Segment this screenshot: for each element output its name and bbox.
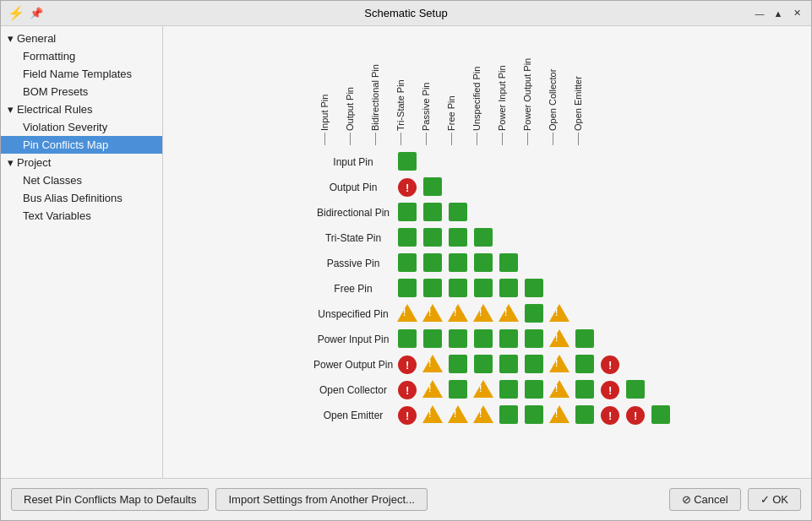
cell-2-6[interactable] xyxy=(547,200,572,225)
sidebar-item-bus-alias-definitions[interactable]: Bus Alias Definitions xyxy=(1,189,162,207)
cell-7-6[interactable] xyxy=(547,327,572,352)
cell-10-10[interactable] xyxy=(648,403,673,428)
cell-5-8[interactable] xyxy=(597,276,623,301)
cell-4-5[interactable] xyxy=(521,251,547,276)
cell-7-2[interactable] xyxy=(445,327,471,352)
cell-5-5[interactable] xyxy=(521,276,547,301)
cancel-button[interactable]: ⊘ Cancel xyxy=(669,488,741,511)
reset-defaults-button[interactable]: Reset Pin Conflicts Map to Defaults xyxy=(11,488,209,511)
cell-9-8[interactable]: ! xyxy=(597,377,623,403)
sidebar-item-formatting[interactable]: Formatting xyxy=(1,47,162,65)
cell-7-3[interactable] xyxy=(471,327,496,352)
cell-5-4[interactable] xyxy=(496,276,521,301)
sidebar-item-violation-severity[interactable]: Violation Severity xyxy=(1,118,162,136)
cell-1-6[interactable] xyxy=(547,175,572,200)
cell-8-1[interactable] xyxy=(420,352,445,377)
cell-9-6[interactable] xyxy=(547,377,572,403)
import-settings-button[interactable]: Import Settings from Another Project... xyxy=(215,488,427,511)
cell-6-7[interactable] xyxy=(572,301,597,327)
cell-9-2[interactable] xyxy=(445,377,471,403)
cell-5-6[interactable] xyxy=(547,276,572,301)
cell-10-3[interactable] xyxy=(471,403,496,428)
cell-8-10[interactable] xyxy=(648,352,673,377)
cell-6-6[interactable] xyxy=(547,301,572,327)
cell-10-7[interactable] xyxy=(572,403,597,428)
cell-9-10[interactable] xyxy=(648,377,673,403)
cell-9-1[interactable] xyxy=(420,377,445,403)
cell-0-0[interactable] xyxy=(395,149,420,175)
cell-5-1[interactable] xyxy=(420,276,445,301)
cell-7-9[interactable] xyxy=(623,327,648,352)
cell-2-10[interactable] xyxy=(648,200,673,225)
cell-4-6[interactable] xyxy=(547,251,572,276)
cell-1-10[interactable] xyxy=(648,175,673,200)
cell-10-0[interactable]: ! xyxy=(395,403,420,428)
cell-4-8[interactable] xyxy=(597,251,623,276)
cell-3-9[interactable] xyxy=(623,225,648,251)
cell-1-4[interactable] xyxy=(496,175,521,200)
cell-4-2[interactable] xyxy=(445,251,471,276)
cell-8-5[interactable] xyxy=(521,352,547,377)
cell-7-10[interactable] xyxy=(648,327,673,352)
cell-8-8[interactable]: ! xyxy=(597,352,623,377)
cell-0-9[interactable] xyxy=(623,149,648,175)
sidebar-item-general[interactable]: ▾General xyxy=(1,30,162,47)
cell-5-9[interactable] xyxy=(623,276,648,301)
cell-10-2[interactable] xyxy=(445,403,471,428)
cell-6-0[interactable] xyxy=(395,301,420,327)
sidebar-item-project[interactable]: ▾Project xyxy=(1,154,162,171)
cell-9-4[interactable] xyxy=(496,377,521,403)
cell-5-7[interactable] xyxy=(572,276,597,301)
cell-1-7[interactable] xyxy=(572,175,597,200)
minimize-button[interactable]: — xyxy=(752,6,767,21)
cell-3-8[interactable] xyxy=(597,225,623,251)
maximize-button[interactable]: ▲ xyxy=(771,6,786,21)
cell-2-1[interactable] xyxy=(420,200,445,225)
cell-10-8[interactable]: ! xyxy=(597,403,623,428)
cell-0-7[interactable] xyxy=(572,149,597,175)
sidebar-item-bom-presets[interactable]: BOM Presets xyxy=(1,83,162,100)
cell-8-3[interactable] xyxy=(471,352,496,377)
cell-7-4[interactable] xyxy=(496,327,521,352)
sidebar-item-text-variables[interactable]: Text Variables xyxy=(1,207,162,225)
cell-4-10[interactable] xyxy=(648,251,673,276)
cell-3-5[interactable] xyxy=(521,225,547,251)
cell-8-9[interactable] xyxy=(623,352,648,377)
cell-3-1[interactable] xyxy=(420,225,445,251)
cell-7-5[interactable] xyxy=(521,327,547,352)
cell-0-10[interactable] xyxy=(648,149,673,175)
cell-3-7[interactable] xyxy=(572,225,597,251)
cell-1-0[interactable]: ! xyxy=(395,175,420,200)
cell-3-4[interactable] xyxy=(496,225,521,251)
cell-0-5[interactable] xyxy=(521,149,547,175)
cell-1-8[interactable] xyxy=(597,175,623,200)
cell-2-8[interactable] xyxy=(597,200,623,225)
cell-6-3[interactable] xyxy=(471,301,496,327)
cell-6-10[interactable] xyxy=(648,301,673,327)
cell-5-3[interactable] xyxy=(471,276,496,301)
cell-8-2[interactable] xyxy=(445,352,471,377)
sidebar-item-net-classes[interactable]: Net Classes xyxy=(1,171,162,189)
cell-6-4[interactable] xyxy=(496,301,521,327)
cell-10-5[interactable] xyxy=(521,403,547,428)
cell-8-6[interactable] xyxy=(547,352,572,377)
cell-0-4[interactable] xyxy=(496,149,521,175)
cell-0-8[interactable] xyxy=(597,149,623,175)
cell-2-0[interactable] xyxy=(395,200,420,225)
cell-3-2[interactable] xyxy=(445,225,471,251)
cell-6-5[interactable] xyxy=(521,301,547,327)
cell-6-1[interactable] xyxy=(420,301,445,327)
cell-6-8[interactable] xyxy=(597,301,623,327)
cell-1-2[interactable] xyxy=(445,175,471,200)
cell-4-0[interactable] xyxy=(395,251,420,276)
cell-9-7[interactable] xyxy=(572,377,597,403)
cell-4-9[interactable] xyxy=(623,251,648,276)
sidebar-item-field-name-templates[interactable]: Field Name Templates xyxy=(1,65,162,83)
cell-9-5[interactable] xyxy=(521,377,547,403)
cell-8-0[interactable]: ! xyxy=(395,352,420,377)
cell-10-1[interactable] xyxy=(420,403,445,428)
cell-2-5[interactable] xyxy=(521,200,547,225)
cell-10-4[interactable] xyxy=(496,403,521,428)
cell-3-10[interactable] xyxy=(648,225,673,251)
cell-5-0[interactable] xyxy=(395,276,420,301)
